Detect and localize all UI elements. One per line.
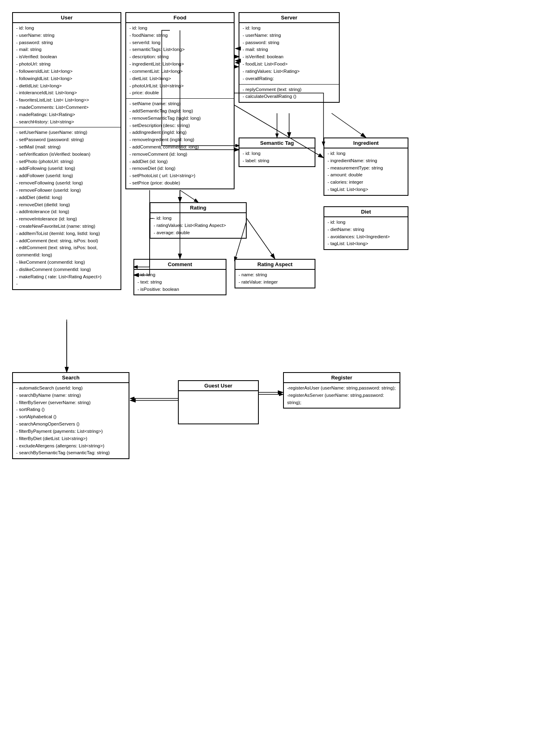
diet-title: Diet [324, 207, 408, 217]
rating-aspect-attrs: - name: string - rateValue: integer [235, 270, 315, 288]
server-attrs: - id: long - userName: string - password… [239, 23, 339, 85]
ingredient-box: Ingredient - id: long - ingredientName: … [324, 138, 408, 196]
user-title: User [13, 13, 121, 23]
user-methods: - setUserName (userName: string) - setPa… [13, 127, 121, 289]
comment-title: Comment [134, 260, 226, 270]
guest-user-box: Guest User [178, 380, 259, 424]
semantic-tag-attrs: - id: long - label: string [239, 148, 315, 166]
rating-aspect-box: Rating Aspect - name: string - rateValue… [235, 259, 315, 288]
food-attrs: - id: long - foodName: string - serverId… [126, 23, 234, 99]
register-box: Register -registerAsUser (userName: stri… [283, 372, 400, 409]
server-box: Server - id: long - userName: string - p… [239, 12, 340, 103]
diet-box: Diet - id: long - dietName: string - avo… [324, 206, 408, 250]
guest-user-title: Guest User [179, 381, 258, 391]
food-methods: - setName (name: string) - addSemanticTa… [126, 99, 234, 188]
user-box: User - id: long - userName: string - pas… [12, 12, 121, 290]
rating-attrs: - id: long - ratingValues: List<Rating A… [150, 213, 246, 238]
svg-line-22 [180, 190, 198, 202]
search-title: Search [13, 373, 129, 383]
user-attrs: - id: long - userName: string - password… [13, 23, 121, 127]
food-box: Food - id: long - foodName: string - ser… [125, 12, 235, 189]
ingredient-attrs: - id: long - ingredientName: string - me… [324, 148, 408, 195]
rating-box: Rating - id: long - ratingValues: List<R… [150, 202, 247, 239]
guest-user-body [179, 391, 258, 424]
food-title: Food [126, 13, 234, 23]
register-methods: -registerAsUser (userName: string,passwo… [284, 383, 400, 408]
search-methods: - automaticSearch (userId: long) - searc… [13, 383, 129, 458]
diagram-container: User - id: long - userName: string - pas… [0, 0, 535, 756]
ingredient-title: Ingredient [324, 138, 408, 148]
register-title: Register [284, 373, 400, 383]
semantic-tag-box: Semantic Tag - id: long - label: string [239, 138, 315, 167]
svg-line-12 [247, 218, 275, 259]
svg-line-14 [332, 113, 366, 138]
search-box: Search - automaticSearch (userId: long) … [12, 372, 129, 459]
diet-attrs: - id: long - dietName: string - avoidanc… [324, 217, 408, 249]
comment-box: Comment - id: long - text: string - isPo… [133, 259, 226, 295]
rating-title: Rating [150, 203, 246, 213]
semantic-tag-title: Semantic Tag [239, 138, 315, 148]
server-title: Server [239, 13, 339, 23]
comment-attrs: - id: long - text: string - isPositive: … [134, 270, 226, 294]
rating-aspect-title: Rating Aspect [235, 260, 315, 270]
server-methods: - replyComment (text: string) - calculat… [239, 85, 339, 102]
